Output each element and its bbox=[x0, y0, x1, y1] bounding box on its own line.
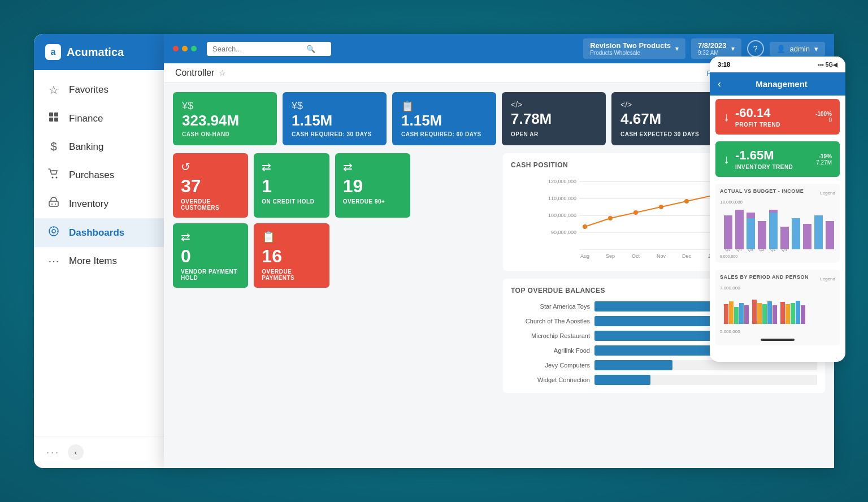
svg-text:110,000,000: 110,000,000 bbox=[548, 196, 576, 201]
company-name: Revision Two Products bbox=[590, 41, 671, 50]
mobile-card-right-profit: -100% 0 bbox=[815, 111, 832, 123]
bar-label-2: Microchip Restaurant bbox=[511, 332, 590, 339]
overdue-customers-value: 37 bbox=[181, 177, 240, 195]
sidebar-item-more-items[interactable]: ⋯ More Items bbox=[34, 247, 164, 275]
mobile-back-button[interactable]: ‹ bbox=[718, 78, 721, 90]
kpi-label-cash-req-60: CASH REQUIRED: 60 DAYS bbox=[401, 131, 487, 137]
kpi-tile-open-ar[interactable]: </> 7.78M OPEN AR bbox=[502, 92, 606, 145]
profit-trend-sub: 0 bbox=[815, 117, 832, 123]
inventory-trend-pct: -19% bbox=[816, 153, 832, 159]
sidebar-bottom: ··· ‹ bbox=[34, 436, 164, 468]
sidebar-item-dashboards[interactable]: Dashboards bbox=[34, 218, 164, 247]
bar-fill-3 bbox=[594, 345, 717, 356]
alert-tile-overdue-customers[interactable]: ↺ 37 OVERDUE CUSTOMERS bbox=[173, 153, 248, 218]
search-icon: 🔍 bbox=[306, 45, 315, 53]
banking-icon: $ bbox=[46, 140, 61, 153]
kpi-tile-cash-req-30[interactable]: ¥$ 1.15M CASH REQUIRED: 30 DAYS bbox=[283, 92, 387, 145]
collapse-icon: ‹ bbox=[75, 448, 77, 457]
sidebar-item-favorites[interactable]: ☆ Favorites bbox=[34, 76, 164, 104]
time-value: 9:32 AM bbox=[698, 50, 727, 56]
sidebar-more-label: ··· bbox=[46, 447, 60, 458]
sidebar-item-inventory[interactable]: Inventory bbox=[34, 189, 164, 218]
sidebar-item-label: Favorites bbox=[69, 84, 108, 96]
mobile-chart2-legend-label: Legend bbox=[820, 276, 835, 282]
svg-rect-46 bbox=[769, 210, 778, 213]
kpi-tile-cash-on-hand[interactable]: ¥$ 323.94M CASH ON-HAND bbox=[173, 92, 277, 145]
alert-tile-vendor-payment[interactable]: ⇄ 0 VENDOR PAYMENT HOLD bbox=[173, 223, 248, 288]
kpi-label-cash-exp-30: CASH EXPECTED 30 DAYS bbox=[620, 131, 706, 137]
mobile-chart2-title: SALES BY PERIOD AND PERSON bbox=[720, 274, 809, 280]
mobile-time: 3:18 bbox=[718, 61, 730, 68]
mobile-card-inventory-trend[interactable]: ↓ -1.65M INVENTORY TREND -19% 7.27M bbox=[715, 141, 840, 177]
kpi-value-cash-exp-30: 4.67M bbox=[620, 111, 706, 127]
overdue-customers-label: OVERDUE CUSTOMERS bbox=[181, 198, 240, 211]
mobile-panel: 3:18 ▪▪▪ 5G◀ ‹ Management ↓ -60.14 PROFI… bbox=[710, 57, 845, 362]
more-items-icon: ⋯ bbox=[46, 254, 61, 268]
svg-rect-66 bbox=[767, 301, 772, 324]
svg-point-24 bbox=[583, 224, 587, 229]
svg-rect-58 bbox=[724, 304, 728, 324]
sidebar-collapse-button[interactable]: ‹ bbox=[68, 444, 84, 460]
left-section: ↺ 37 OVERDUE CUSTOMERS ⇄ 1 ON CREDIT HOL… bbox=[173, 153, 495, 393]
inventory-trend-value: -1.65M bbox=[735, 148, 793, 163]
svg-rect-49 bbox=[803, 224, 811, 249]
bar-track-5 bbox=[594, 375, 817, 385]
svg-rect-0 bbox=[49, 112, 53, 116]
mobile-signal-icon: ▪▪▪ 5G◀ bbox=[818, 62, 837, 68]
mobile-chart1-title: ACTUAL VS BUDGET - INCOME bbox=[720, 188, 804, 194]
maximize-dot[interactable] bbox=[191, 46, 197, 51]
svg-rect-1 bbox=[54, 112, 58, 116]
svg-text:Q1: Q1 bbox=[770, 248, 775, 252]
svg-rect-40 bbox=[724, 215, 732, 249]
svg-rect-72 bbox=[801, 305, 805, 324]
company-sub: Products Wholesale bbox=[590, 50, 671, 56]
mobile-status-bar: 3:18 ▪▪▪ 5G◀ bbox=[710, 57, 845, 72]
svg-text:100,000,000: 100,000,000 bbox=[548, 213, 576, 218]
svg-text:Oct: Oct bbox=[632, 253, 640, 259]
sidebar-item-finance[interactable]: Finance bbox=[34, 104, 164, 133]
kpi-icon-cash-req-60: 📋 bbox=[401, 100, 487, 112]
help-button[interactable]: ? bbox=[747, 40, 764, 57]
alert-tile-on-credit-hold[interactable]: ⇄ 1 ON CREDIT HOLD bbox=[254, 153, 329, 218]
alert-tile-overdue-payments[interactable]: 📋 16 OVERDUE PAYMENTS bbox=[254, 223, 329, 288]
svg-text:Aug: Aug bbox=[580, 253, 589, 259]
user-menu[interactable]: 👤 admin ▾ bbox=[770, 42, 825, 56]
svg-rect-60 bbox=[734, 307, 739, 324]
kpi-value-open-ar: 7.78M bbox=[511, 111, 597, 127]
close-dot[interactable] bbox=[173, 46, 179, 51]
alert-tile-overdue-90[interactable]: ⇄ 19 OVERDUE 90+ bbox=[335, 153, 410, 218]
vendor-payment-icon: ⇄ bbox=[181, 230, 240, 244]
alert-grid: ↺ 37 OVERDUE CUSTOMERS ⇄ 1 ON CREDIT HOL… bbox=[173, 153, 410, 288]
company-selector[interactable]: Revision Two Products Products Wholesale… bbox=[583, 38, 685, 59]
mobile-chart2-svg bbox=[720, 293, 835, 327]
search-input[interactable] bbox=[212, 45, 303, 53]
kpi-value-cash-req-30: 1.15M bbox=[292, 112, 377, 129]
favorite-star-icon[interactable]: ☆ bbox=[219, 68, 226, 77]
app-wrapper: a Acumatica ☆ Favorites Finance $ Bankin… bbox=[34, 34, 834, 468]
profit-trend-pct: -100% bbox=[815, 111, 832, 117]
company-dropdown-icon: ▾ bbox=[675, 45, 679, 53]
svg-rect-59 bbox=[729, 301, 734, 324]
kpi-tile-cash-exp-30[interactable]: </> 4.67M CASH EXPECTED 30 DAYS bbox=[611, 92, 715, 145]
inventory-icon bbox=[46, 197, 61, 211]
svg-point-28 bbox=[684, 199, 689, 204]
logo-text: Acumatica bbox=[67, 46, 124, 59]
search-bar[interactable]: 🔍 bbox=[207, 42, 331, 56]
minimize-dot[interactable] bbox=[182, 46, 188, 51]
date-selector[interactable]: 7/8/2023 9:32 AM ▾ bbox=[691, 38, 741, 59]
svg-rect-70 bbox=[791, 303, 795, 324]
breadcrumb: Controller ☆ bbox=[175, 68, 226, 78]
kpi-label-cash-on-hand: CASH ON-HAND bbox=[182, 131, 268, 137]
svg-text:Nov: Nov bbox=[657, 253, 666, 259]
breadcrumb-text: Controller bbox=[175, 68, 214, 78]
svg-text:120,000,000: 120,000,000 bbox=[548, 179, 576, 184]
sidebar-item-purchases[interactable]: Purchases bbox=[34, 161, 164, 189]
kpi-tile-cash-req-60[interactable]: 📋 1.15M CASH REQUIRED: 60 DAYS bbox=[392, 92, 496, 145]
sidebar-item-banking[interactable]: $ Banking bbox=[34, 133, 164, 161]
on-credit-hold-icon: ⇄ bbox=[262, 160, 321, 174]
mobile-header: ‹ Management bbox=[710, 72, 845, 96]
mobile-card-profit-trend[interactable]: ↓ -60.14 PROFIT TREND -100% 0 bbox=[715, 99, 840, 135]
kpi-icon-open-ar: </> bbox=[511, 100, 597, 109]
date-value: 7/8/2023 bbox=[698, 41, 727, 50]
chart1-y-label-bottom: 8,000,000 bbox=[720, 254, 737, 258]
